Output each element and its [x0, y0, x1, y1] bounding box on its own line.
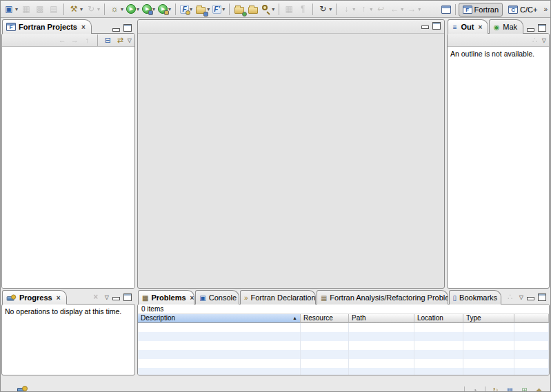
column-header-path[interactable]: Path	[349, 314, 414, 323]
link-with-editor-icon[interactable]: ⇄	[115, 35, 126, 45]
dropdown-arrow-icon: ▾	[401, 6, 403, 12]
fortran-projects-tree[interactable]	[2, 47, 134, 289]
view-menu-chevron[interactable]: ▽	[519, 294, 523, 300]
run-history-button[interactable]: ▶ ▾	[141, 1, 157, 17]
status-trim-icon[interactable]: ↻	[491, 386, 500, 391]
maximize-button[interactable]	[432, 22, 441, 30]
save-button: ▦	[19, 1, 33, 17]
fortran-analysis-icon: ▦	[321, 293, 327, 302]
dropdown-arrow-icon: ▾	[418, 6, 421, 12]
close-icon[interactable]: ×	[81, 23, 86, 31]
column-header-resource[interactable]: Resource	[301, 314, 349, 323]
minimize-button[interactable]	[112, 25, 120, 32]
external-tools-button[interactable]: ▶ ▾	[157, 1, 172, 17]
status-trim-icon[interactable]: ◔	[470, 386, 479, 391]
editor-empty-area	[138, 34, 444, 289]
tab-progress[interactable]: Progress ×	[2, 290, 67, 305]
run-history-icon: ▶	[142, 4, 152, 14]
tab-fortran-declaration[interactable]: » Fortran Declaration	[240, 290, 316, 305]
dropdown-arrow-icon: ▾	[15, 6, 18, 12]
tab-outline[interactable]: ≡ Out ×	[448, 19, 488, 34]
tab-label: Mak	[503, 23, 517, 31]
table-row	[138, 368, 549, 375]
dropdown-arrow-icon: ▾	[329, 6, 332, 12]
build-button[interactable]: ⚒ ▾	[67, 1, 84, 17]
minimize-button[interactable]	[421, 22, 429, 29]
search-button[interactable]: ▾	[260, 1, 276, 17]
toolbar-separator	[279, 3, 279, 15]
perspective-overflow-chevron[interactable]: »	[543, 6, 548, 13]
fortran-perspective-icon: F	[463, 6, 472, 14]
outline-icon: ≡	[452, 23, 458, 31]
print-icon: ▤	[48, 3, 59, 14]
collapse-all-icon[interactable]: ⊟	[103, 35, 113, 45]
view-menu-chevron[interactable]: ▽	[542, 37, 546, 43]
problems-panel: ▦ Problems × ▣ Console » Fortran Declara…	[137, 290, 550, 375]
last-edit-location-button: ↩	[374, 1, 388, 17]
maximize-button[interactable]	[123, 24, 132, 32]
run-button[interactable]: ▶ ▾	[125, 1, 141, 17]
up-icon: ↑	[82, 35, 92, 45]
perspective-cpp-button[interactable]: C C/C+	[504, 3, 541, 17]
outline-toolbar: ∴ ▽	[448, 34, 549, 47]
tab-fortran-analysis-problems[interactable]: ▦ Fortran Analysis/Refactoring Problems	[317, 290, 448, 305]
mark-occurrences-icon: ▦	[283, 3, 294, 14]
tab-console[interactable]: ▣ Console	[195, 290, 239, 305]
column-header-filler	[514, 314, 549, 323]
tab-fortran-projects[interactable]: F Fortran Projects ×	[2, 19, 92, 34]
dropdown-arrow-icon: ▾	[370, 6, 372, 12]
minimize-button[interactable]	[527, 25, 534, 32]
show-whitespace-button: ¶	[296, 1, 310, 17]
tab-bookmarks[interactable]: ▯ Bookmarks	[449, 290, 501, 305]
toolbar-separator	[104, 3, 105, 15]
status-trim-icon[interactable]: ⊞	[520, 386, 529, 391]
tab-problems[interactable]: ▦ Problems ×	[138, 290, 194, 305]
next-annotation-button: ↓ ▾	[339, 1, 357, 17]
toolbar-separator	[229, 3, 230, 15]
status-trim-icon[interactable]: ◆	[534, 386, 543, 391]
perspective-switcher: F Fortran C C/C+ »	[440, 1, 548, 17]
open-element-button[interactable]	[232, 1, 246, 17]
open-perspective-button[interactable]	[440, 2, 452, 17]
new-fortran-module-button[interactable]: ▾	[194, 1, 211, 17]
back-button: ← ▾	[388, 1, 405, 17]
new-fortran-project-button[interactable]: F ▾	[179, 1, 194, 17]
minimize-button[interactable]	[527, 293, 534, 300]
refresh-icon: ↻	[317, 3, 328, 14]
dropdown-arrow-icon: ▾	[97, 6, 100, 12]
forward-icon: →	[406, 3, 417, 14]
items-count: 0 items	[138, 305, 549, 314]
new-button[interactable]: ▣ ▾	[2, 1, 19, 17]
close-icon[interactable]: ×	[478, 23, 482, 31]
main-toolbar: ▣ ▾ ▦ ▩ ▤ ⚒ ▾ ↻ ▾ ☼ ▾ ▶ ▾ ▶	[1, 1, 550, 18]
new-fortran-source-file-button[interactable]: F’ ▾	[211, 1, 226, 17]
table-row	[138, 359, 549, 368]
column-header-description[interactable]: Description ▲	[138, 314, 301, 323]
debug-button[interactable]: ☼ ▾	[108, 1, 125, 17]
maximize-button[interactable]	[538, 293, 546, 301]
toolbar-separator	[485, 386, 485, 391]
view-menu-chevron[interactable]: ▽	[128, 37, 132, 43]
status-trim-icon[interactable]: ▦	[505, 386, 514, 391]
progress-icon	[7, 295, 17, 301]
tab-make-targets[interactable]: ◉ Mak	[489, 19, 523, 34]
last-edit-location-icon: ↩	[375, 3, 386, 14]
column-header-type[interactable]: Type	[463, 314, 514, 323]
close-icon[interactable]: ×	[57, 294, 61, 302]
open-resource-button[interactable]	[246, 1, 260, 17]
clean-button: ↻ ▾	[84, 1, 101, 17]
close-icon[interactable]: ×	[190, 294, 194, 302]
run-icon: ▶	[126, 4, 136, 14]
status-bar: ◔ ↻ ▦ ⊞ ◆	[1, 383, 550, 391]
dropdown-arrow-icon: ▾	[137, 6, 139, 12]
maximize-button[interactable]	[538, 24, 546, 32]
maximize-button[interactable]	[123, 293, 132, 301]
problems-icon: ▦	[142, 293, 148, 302]
refresh-button[interactable]: ↻ ▾	[316, 1, 333, 17]
view-menu-chevron[interactable]: ▽	[105, 294, 109, 300]
column-header-location[interactable]: Location	[414, 314, 463, 323]
minimize-button[interactable]	[112, 293, 120, 300]
open-resource-icon	[248, 3, 259, 14]
status-progress-icon[interactable]	[17, 386, 28, 391]
perspective-fortran-button[interactable]: F Fortran	[459, 3, 503, 17]
